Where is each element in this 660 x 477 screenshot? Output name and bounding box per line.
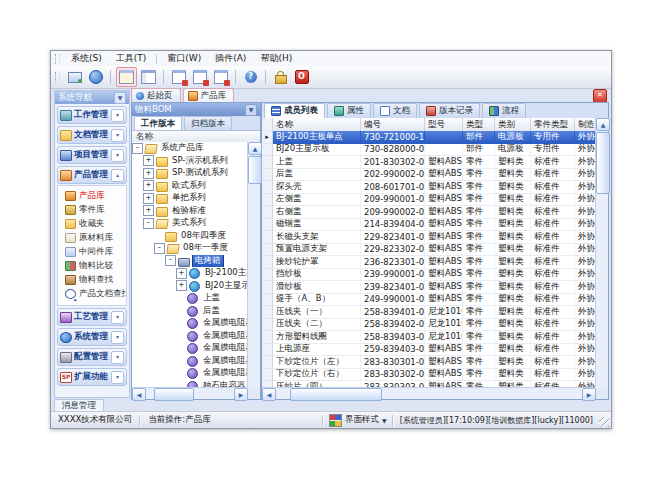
tree-node[interactable]: +检验标准 — [132, 205, 248, 218]
tree-node[interactable]: 上盖 — [132, 292, 248, 305]
scroll-thumb[interactable] — [596, 132, 610, 194]
tree-node[interactable]: 后盖 — [132, 305, 248, 318]
table-row[interactable]: 磁钢盖214-839404-01X塑料ABS零件塑料类标准件外协条 — [262, 219, 608, 232]
table-row[interactable]: 左侧盖209-990001-01X塑料ABS零件塑料类标准件外协条 — [262, 194, 608, 207]
tree-expand-icon[interactable]: + — [176, 268, 187, 279]
pin-icon[interactable]: ▼ — [245, 104, 257, 116]
resize-grip[interactable] — [599, 417, 609, 427]
table-row[interactable]: 压线夹（二）258-839402-00X尼龙1010零件塑料类标准件外协条 — [262, 319, 608, 332]
lock-icon-button[interactable] — [271, 68, 290, 86]
sidebar-group-doc-mgmt[interactable]: 文档管理▾ — [57, 126, 127, 144]
column-header[interactable]: 类别 — [495, 118, 531, 131]
sidebar-group-ext-func[interactable]: 扩展功能▾ — [57, 368, 127, 386]
layout-window-icon-button[interactable] — [139, 68, 158, 86]
table-row[interactable]: 下纱定位片（右）283-830302-00X塑料ABS零件塑料类标准件外协条 — [262, 369, 608, 382]
sidebar-item-favorites[interactable]: 收藏夹 — [58, 217, 126, 231]
tree-node[interactable]: 金属膜电阻器 — [132, 330, 248, 343]
scroll-left-icon[interactable]: ◀ — [262, 388, 276, 401]
doc-tab-start-page[interactable]: 起始页 — [131, 88, 181, 102]
interface-style-dropdown[interactable]: 界面样式 ▼ — [324, 414, 392, 427]
table-row[interactable]: 右侧盖209-990002-01X塑料ABS零件塑料类标准件外协条 — [262, 206, 608, 219]
tree-node[interactable]: 金属膜电阻器 — [132, 317, 248, 330]
sidebar-group-product-mgmt[interactable]: 产品管理▴ — [57, 166, 127, 184]
table-row[interactable]: 提手（A、B）249-990001-01X塑料ABS零件塑料类标准件外协条 — [262, 294, 608, 307]
table-row[interactable]: 上电源座259-839403-00X塑料ABS零件塑料类标准件外协条 — [262, 344, 608, 357]
sidebar-group-work-mgmt[interactable]: 工作管理▾ — [57, 106, 127, 124]
version-tab[interactable]: 工作版本 — [134, 116, 182, 130]
member-tab[interactable]: 流程 — [482, 103, 526, 118]
tree-node[interactable]: +BJ20主显示板 — [132, 280, 248, 293]
globe-icon-button[interactable] — [86, 68, 105, 86]
tree-node[interactable]: 金属膜电阻器 — [132, 342, 248, 355]
desktop-icon-button[interactable] — [65, 68, 84, 86]
scroll-left-icon[interactable]: ◀ — [132, 388, 146, 401]
chevron-up-icon[interactable]: ▴ — [111, 169, 124, 182]
close-tab-button[interactable]: ✕ — [593, 89, 607, 103]
toolbar-grip[interactable] — [55, 72, 60, 82]
tree-collapse-icon[interactable]: - — [165, 255, 176, 266]
table-row[interactable]: BJ20主显示板730-828000-04X部件电源板专用件外协颗 — [262, 144, 608, 157]
table-horizontal-scrollbar[interactable]: ◀ ▶ — [262, 387, 596, 399]
folder-window-icon-button[interactable] — [116, 67, 137, 87]
sidebar-item-material-search[interactable]: 物料查找 — [58, 273, 126, 287]
tree-node[interactable]: 金属膜电阻器 — [132, 367, 248, 380]
scroll-thumb[interactable] — [290, 388, 382, 401]
export-doc-icon-button[interactable] — [190, 68, 209, 86]
column-header[interactable]: 编号 — [361, 118, 425, 131]
member-tab[interactable]: 属性 — [327, 103, 371, 118]
table-row[interactable]: 滑纱板239-823401-00X塑料ABS零件塑料类标准件外协条 — [262, 281, 608, 294]
column-header[interactable]: 名称 — [273, 118, 361, 131]
tree-expand-icon[interactable]: + — [143, 193, 154, 204]
pin-icon[interactable]: ▼ — [114, 92, 126, 104]
scroll-up-icon[interactable]: ▲ — [596, 118, 610, 131]
tree-expand-icon[interactable]: + — [143, 155, 154, 166]
menu-item[interactable]: 帮助(H) — [253, 51, 299, 66]
tree-expand-icon[interactable]: + — [143, 180, 154, 191]
sidebar-item-raw-material-db[interactable]: 原材料库 — [58, 231, 126, 245]
sidebar-group-config-mgmt[interactable]: 配置管理▾ — [57, 348, 127, 366]
sidebar-item-material-compare[interactable]: 物料比较 — [58, 259, 126, 273]
version-tab[interactable]: 归档版本 — [184, 116, 232, 130]
tree-node[interactable]: -美式系列 — [132, 217, 248, 230]
menu-grip[interactable] — [55, 54, 60, 64]
table-row[interactable]: 长磁头支架229-823401-00X塑料ABS零件塑料类标准件外协条 — [262, 231, 608, 244]
member-tab[interactable]: 文档 — [373, 103, 417, 118]
table-row[interactable]: 探头壳208-601701-01X塑料ABS零件塑料类标准件外协条 — [262, 181, 608, 194]
table-row[interactable]: ▸BJ-2100主板单点730-721000-12X部件电源板专用件外协颗 — [262, 131, 608, 144]
scroll-right-icon[interactable]: ▶ — [582, 388, 596, 401]
table-row[interactable]: 挡纱板239-990001-01X塑料ABS零件塑料类标准件外协条 — [262, 269, 608, 282]
doc-tab-product-db[interactable]: 产品库 — [183, 88, 235, 102]
tree-horizontal-scrollbar[interactable]: ◀ ▶ — [132, 387, 248, 399]
sidebar-group-system-mgmt[interactable]: 系统管理▾ — [57, 328, 127, 346]
tree-node[interactable]: 08年四季度 — [132, 230, 248, 243]
chevron-down-icon[interactable]: ▾ — [111, 331, 124, 344]
tree-expand-icon[interactable]: + — [143, 205, 154, 216]
column-header[interactable]: 型号 — [425, 118, 463, 131]
tree-node[interactable]: -08年一季度 — [132, 242, 248, 255]
tree-collapse-icon[interactable]: - — [143, 218, 154, 229]
sidebar-item-part-db[interactable]: 零件库 — [58, 203, 126, 217]
column-header[interactable]: 零件类型 — [531, 118, 575, 131]
sidebar-group-project-mgmt[interactable]: 项目管理▾ — [57, 146, 127, 164]
tree-node[interactable]: -系统产品库 — [132, 142, 248, 155]
sidebar-item-product-db[interactable]: 产品库 — [58, 189, 126, 203]
menu-item[interactable]: 插件(A) — [208, 51, 253, 66]
tree-node[interactable]: 金属膜电阻器 — [132, 355, 248, 368]
column-header[interactable]: 类型 — [463, 118, 495, 131]
table-row[interactable]: 下纱定位片（左）283-830301-00X塑料ABS零件塑料类标准件外协条 — [262, 356, 608, 369]
menu-item[interactable]: 窗口(W) — [160, 51, 208, 66]
table-row[interactable]: 接纱轮护罩236-823301-00X塑料ABS零件塑料类标准件外协条 — [262, 256, 608, 269]
tree-vertical-scrollbar[interactable]: ▲ — [247, 142, 260, 388]
tree-expand-icon[interactable]: + — [143, 168, 154, 179]
chevron-down-icon[interactable]: ▾ — [111, 109, 124, 122]
table-row[interactable]: 预置电源支架229-823302-00X塑料ABS零件塑料类标准件外协条 — [262, 244, 608, 257]
sidebar-item-intermediate-db[interactable]: 中间件库 — [58, 245, 126, 259]
tree-node[interactable]: +SP-测试机系列 — [132, 167, 248, 180]
mail-doc-icon-button[interactable] — [211, 68, 230, 86]
sidebar-item-product-doc-search[interactable]: 产品文档查找 — [58, 287, 126, 301]
chevron-down-icon[interactable]: ▾ — [111, 129, 124, 142]
tree-node[interactable]: -电烤箱 — [132, 255, 248, 268]
scroll-right-icon[interactable]: ▶ — [234, 388, 248, 401]
scroll-thumb[interactable] — [248, 156, 262, 184]
member-tab[interactable]: 成员列表 — [264, 103, 325, 118]
